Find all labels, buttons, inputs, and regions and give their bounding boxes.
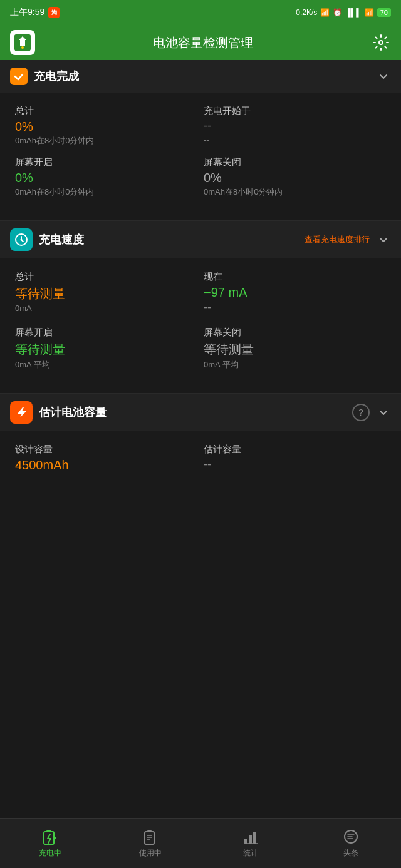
speed-ranking-link[interactable]: 查看充电速度排行 [305, 234, 370, 245]
total-value: 0% [15, 120, 197, 134]
charging-nav-icon [41, 828, 59, 845]
svg-point-1 [21, 46, 24, 49]
svg-rect-7 [54, 837, 56, 839]
speed-screen-off-value: 等待测量 [204, 341, 386, 358]
help-button[interactable]: ? [352, 404, 370, 421]
nav-headlines[interactable]: 头条 [301, 819, 401, 868]
design-label: 设计容量 [15, 444, 197, 456]
taobao-icon: 淘 [48, 7, 60, 18]
speed-screen-off: 屏幕关闭 等待测量 0mA 平均 [204, 327, 386, 370]
estimate-design: 设计容量 4500mAh [15, 444, 197, 474]
charging-screen-off: 屏幕关闭 0% 0mAh在8小时0分钟内 [204, 156, 386, 198]
status-time: 上午9:59 [10, 7, 44, 18]
alarm-icon: ⏰ [333, 8, 342, 17]
usage-nav-icon [142, 828, 159, 845]
speed-title: 充电速度 [39, 232, 298, 247]
speed-screen-on-label: 屏幕开启 [15, 327, 197, 339]
app-title: 电池容量检测管理 [153, 34, 253, 51]
screen-on-label: 屏幕开启 [15, 156, 197, 168]
nav-stats-label: 统计 [243, 848, 258, 859]
bolt-icon [10, 401, 33, 424]
battery-status: 70 [377, 8, 391, 17]
svg-rect-9 [147, 830, 152, 832]
nav-usage[interactable]: 使用中 [100, 819, 200, 868]
speed-total-label: 总计 [15, 271, 197, 283]
estimate-title: 估计电池容量 [39, 405, 346, 420]
design-value: 4500mAh [15, 458, 197, 472]
speed-screen-off-sub: 0mA 平均 [204, 359, 386, 370]
speed-row1: 总计 等待测量 0mA 现在 −97 mA -- [15, 271, 386, 317]
status-bar: 上午9:59 淘 0.2K/s 📶 ⏰ ▐▌▌ 📶 70 [0, 0, 401, 25]
status-left: 上午9:59 淘 [10, 7, 60, 18]
screen-on-sub: 0mAh在8小时0分钟内 [15, 186, 197, 198]
content-wrapper: 充电完成 总计 0% 0mAh在8小时0分钟内 充电开始于 -- -- [0, 60, 401, 546]
charging-row2: 屏幕开启 0% 0mAh在8小时0分钟内 屏幕关闭 0% 0mAh在8小时0分钟… [15, 156, 386, 198]
total-label: 总计 [15, 105, 197, 117]
speed-total-value: 等待测量 [15, 285, 197, 302]
svg-point-2 [379, 41, 383, 44]
charging-chevron[interactable] [376, 69, 391, 84]
estimate-capacity: 估计容量 -- [204, 444, 386, 474]
signal-icon: ▐▌▌ [345, 8, 362, 17]
charging-content: 总计 0% 0mAh在8小时0分钟内 充电开始于 -- -- 屏幕开启 0% 0… [0, 93, 401, 220]
speed-total-sub: 0mA [15, 304, 197, 313]
speed-screen-off-label: 屏幕关闭 [204, 327, 386, 339]
title-bar: 电池容量检测管理 [0, 25, 401, 60]
speed-screen-on-value: 等待测量 [15, 341, 197, 358]
app-logo [10, 30, 35, 55]
speed-now-label: 现在 [204, 271, 386, 283]
estimate-value: -- [204, 458, 386, 471]
charging-row1: 总计 0% 0mAh在8小时0分钟内 充电开始于 -- -- [15, 105, 386, 146]
estimate-label: 估计容量 [204, 444, 386, 456]
headlines-nav-icon [342, 828, 360, 845]
speed-content: 总计 等待测量 0mA 现在 −97 mA -- 屏幕开启 等待测量 0mA 平… [0, 258, 401, 393]
bottom-nav: 充电中 使用中 统计 [0, 818, 401, 868]
estimate-section: 估计电池容量 ? 设计容量 4500mAh 估计容量 -- [0, 394, 401, 496]
total-sub: 0mAh在8小时0分钟内 [15, 135, 197, 146]
nav-charging[interactable]: 充电中 [0, 819, 100, 868]
bluetooth-icon: 📶 [320, 8, 330, 17]
wifi-icon: 📶 [365, 8, 374, 17]
screen-on-value: 0% [15, 171, 197, 185]
screen-off-sub: 0mAh在8小时0分钟内 [204, 186, 386, 198]
estimate-row1: 设计容量 4500mAh 估计容量 -- [15, 444, 386, 474]
network-speed: 0.2K/s [296, 8, 317, 17]
speed-section: 充电速度 查看充电速度排行 总计 等待测量 0mA 现在 −97 mA -- [0, 221, 401, 393]
svg-rect-14 [249, 835, 252, 844]
charge-start-value: -- [204, 120, 386, 133]
estimate-chevron[interactable] [376, 405, 391, 420]
nav-charging-label: 充电中 [39, 848, 61, 859]
charge-start-label: 充电开始于 [204, 105, 386, 117]
speed-now-value: −97 mA [204, 285, 386, 300]
speed-icon [10, 228, 33, 251]
charging-screen-on: 屏幕开启 0% 0mAh在8小时0分钟内 [15, 156, 197, 198]
nav-stats[interactable]: 统计 [200, 819, 301, 868]
speed-screen-on-sub: 0mA 平均 [15, 359, 197, 370]
settings-button[interactable] [371, 33, 391, 53]
nav-usage-label: 使用中 [139, 848, 162, 859]
charging-start: 充电开始于 -- -- [204, 105, 386, 146]
speed-now: 现在 −97 mA -- [204, 271, 386, 317]
speed-screen-on: 屏幕开启 等待测量 0mA 平均 [15, 327, 197, 370]
status-right: 0.2K/s 📶 ⏰ ▐▌▌ 📶 70 [296, 8, 391, 17]
charging-header: 充电完成 [0, 60, 401, 93]
speed-header: 充电速度 查看充电速度排行 [0, 221, 401, 258]
speed-row2: 屏幕开启 等待测量 0mA 平均 屏幕关闭 等待测量 0mA 平均 [15, 327, 386, 370]
speed-now-sub: -- [204, 301, 386, 314]
screen-off-value: 0% [204, 171, 386, 185]
stats-nav-icon [242, 828, 259, 845]
charging-section: 充电完成 总计 0% 0mAh在8小时0分钟内 充电开始于 -- -- [0, 60, 401, 220]
svg-rect-13 [244, 839, 247, 844]
charge-start-sub: -- [204, 135, 386, 145]
speed-chevron[interactable] [376, 232, 391, 247]
check-icon [10, 68, 28, 85]
speed-total: 总计 等待测量 0mA [15, 271, 197, 317]
nav-headlines-label: 头条 [343, 848, 358, 859]
charging-title: 充电完成 [34, 69, 370, 84]
estimate-header: 估计电池容量 ? [0, 394, 401, 431]
estimate-content: 设计容量 4500mAh 估计容量 -- [0, 431, 401, 496]
charging-total: 总计 0% 0mAh在8小时0分钟内 [15, 105, 197, 146]
svg-point-4 [21, 239, 23, 241]
svg-rect-6 [46, 830, 51, 832]
svg-rect-15 [253, 832, 256, 844]
